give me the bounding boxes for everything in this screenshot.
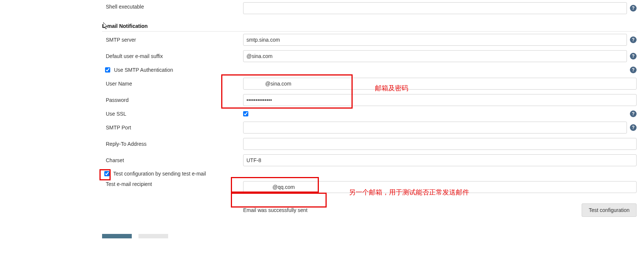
reply-to-label: Reply-To Address — [102, 141, 243, 147]
use-ssl-label: Use SSL — [102, 111, 243, 117]
password-row: Password — [102, 92, 637, 108]
smtp-port-label: SMTP Port — [102, 125, 243, 131]
username-row: User Name — [102, 75, 637, 92]
suffix-field — [243, 50, 627, 62]
test-configuration-button[interactable]: Test configuration — [582, 203, 637, 217]
use-smtp-auth-checkbox[interactable] — [105, 67, 110, 73]
reply-to-input[interactable] — [243, 138, 637, 150]
password-field — [243, 94, 637, 106]
smtp-port-field — [243, 122, 627, 134]
password-label: Password — [102, 97, 243, 103]
use-smtp-auth-row: Use SMTP Authentication ? — [102, 64, 637, 75]
smtp-port-row: SMTP Port ? — [102, 119, 637, 136]
test-recipient-label: Test e-mail recipient — [102, 181, 243, 187]
shell-executable-label: Shell executable — [102, 4, 243, 10]
smtp-server-row: SMTP server ? — [102, 32, 637, 48]
username-input[interactable] — [243, 78, 637, 90]
charset-field — [243, 154, 637, 166]
help-icon[interactable]: ? — [630, 53, 637, 60]
suffix-input[interactable] — [243, 50, 627, 62]
shell-executable-field — [243, 2, 627, 14]
charset-label: Charset — [102, 157, 243, 163]
test-recipient-row: Test e-mail recipient Email was successf… — [102, 179, 637, 219]
test-status-message: Email was successfully sent — [243, 207, 308, 213]
use-ssl-row: Use SSL ? — [102, 108, 637, 119]
help-icon[interactable]: ? — [630, 124, 637, 131]
suffix-row: Default user e-mail suffix ? — [102, 48, 637, 64]
use-ssl-checkbox[interactable] — [243, 111, 248, 116]
reply-to-field — [243, 138, 637, 150]
save-button[interactable] — [102, 234, 132, 238]
use-smtp-auth-label: Use SMTP Authentication — [114, 67, 173, 73]
help-icon[interactable]: ? — [630, 110, 637, 117]
test-config-checkbox[interactable] — [104, 171, 109, 176]
test-config-label: Test configuration by sending test e-mai… — [113, 171, 206, 177]
config-form: Shell executable ? E-mail Notification S… — [0, 0, 644, 238]
help-icon[interactable]: ? — [630, 36, 637, 43]
use-ssl-field — [243, 111, 627, 116]
shell-executable-row: Shell executable ? — [102, 0, 637, 16]
suffix-label: Default user e-mail suffix — [102, 53, 243, 59]
bottom-buttons — [102, 234, 637, 238]
apply-button[interactable] — [138, 234, 168, 238]
charset-input[interactable] — [243, 154, 637, 166]
help-icon[interactable]: ? — [630, 67, 637, 73]
username-label: User Name — [102, 81, 243, 87]
smtp-server-input[interactable] — [243, 34, 627, 46]
test-config-row: Test configuration by sending test e-mai… — [102, 168, 637, 179]
username-field — [243, 78, 637, 90]
test-recipient-field: Email was successfully sent Test configu… — [243, 181, 637, 217]
test-recipient-input[interactable] — [243, 181, 637, 193]
reply-to-row: Reply-To Address — [102, 136, 637, 152]
smtp-server-field — [243, 34, 627, 46]
charset-row: Charset — [102, 152, 637, 168]
smtp-server-label: SMTP server — [102, 37, 243, 43]
smtp-port-input[interactable] — [243, 122, 627, 134]
help-icon[interactable]: ? — [630, 5, 637, 12]
section-title-email: E-mail Notification — [102, 23, 637, 29]
shell-executable-input[interactable] — [243, 2, 627, 14]
password-input[interactable] — [243, 94, 637, 106]
